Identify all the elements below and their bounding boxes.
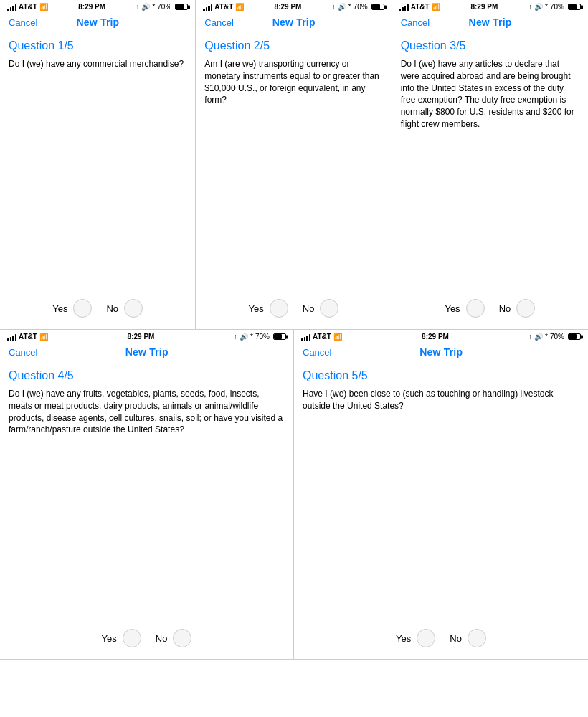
no-radio-2[interactable] (320, 299, 338, 318)
nav-bar-4: Cancel New Trip (0, 343, 293, 364)
yes-radio-3[interactable] (466, 299, 485, 318)
question-area-3: Question 3/5 Do I (we) have any articles… (392, 34, 588, 290)
signal-icon-2 (203, 4, 212, 11)
cancel-button-5[interactable]: Cancel (303, 347, 331, 358)
wifi-icon-4: 📶 (39, 333, 48, 341)
panel-question-3: AT&T 📶 8:29 PM ↑ 🔊 * 70% Cancel New Trip… (392, 0, 588, 330)
battery-pct-5: 70% (550, 333, 564, 341)
panel-question-5: AT&T 📶 8:29 PM ↑ 🔊 * 70% Cancel New Trip… (294, 330, 588, 660)
battery-icon-5 (568, 333, 581, 340)
carrier-name-4: AT&T (19, 333, 37, 341)
panel-question-1: AT&T 📶 8:29 PM ↑ 🔊 * 70% Cancel New Trip… (0, 0, 196, 330)
cancel-button-2[interactable]: Cancel (204, 17, 233, 28)
location-icon-4: ↑ (234, 333, 237, 341)
signal-icon-5 (301, 333, 310, 341)
answer-area-5: Yes No (294, 620, 588, 659)
battery-area-4: ↑ 🔊 * 70% (234, 333, 286, 341)
battery-icon-3 (568, 4, 581, 10)
yes-radio-5[interactable] (417, 629, 435, 647)
time-4: 8:29 PM (128, 333, 155, 341)
no-label-4: No (156, 633, 168, 644)
bluetooth-icon-1: 🔊 (141, 3, 150, 11)
carrier-name-2: AT&T (214, 3, 233, 11)
nav-title-5: New Trip (419, 346, 463, 358)
battery-icon-4 (273, 333, 286, 340)
question-number-5: Question 5/5 (303, 369, 579, 382)
question-number-1: Question 1/5 (9, 39, 186, 52)
battery-area-2: ↑ 🔊 * 70% (332, 3, 384, 11)
panel-question-2: AT&T 📶 8:29 PM ↑ 🔊 * 70% Cancel New Trip… (196, 0, 392, 330)
no-radio-5[interactable] (468, 629, 486, 647)
nav-title-2: New Trip (272, 16, 316, 28)
location-icon-3: ↑ (528, 3, 532, 11)
battery-pct-1: 70% (157, 3, 171, 11)
no-label-1: No (106, 303, 118, 314)
location-icon-1: ↑ (136, 3, 139, 11)
no-option-4: No (156, 629, 192, 647)
lock-icon-2: * (348, 3, 351, 11)
yes-label-5: Yes (396, 633, 411, 644)
nav-bar-3: Cancel New Trip (392, 14, 588, 34)
carrier-signal-5: AT&T 📶 (301, 333, 342, 341)
carrier-signal-4: AT&T 📶 (7, 333, 48, 341)
carrier-name-1: AT&T (19, 3, 37, 11)
lock-icon-4: * (250, 333, 253, 341)
answer-area-2: Yes No (196, 290, 391, 329)
time-3: 8:29 PM (470, 3, 498, 11)
lock-icon-5: * (545, 333, 548, 341)
yes-option-2: Yes (249, 299, 288, 318)
battery-icon-1 (175, 4, 188, 10)
carrier-signal-2: AT&T 📶 (203, 3, 244, 11)
no-label-3: No (499, 303, 511, 314)
cancel-button-3[interactable]: Cancel (401, 17, 430, 28)
nav-title-3: New Trip (469, 16, 512, 28)
status-bar-3: AT&T 📶 8:29 PM ↑ 🔊 * 70% (392, 0, 588, 14)
question-number-2: Question 2/5 (204, 39, 382, 52)
no-radio-1[interactable] (124, 299, 143, 318)
battery-area-1: ↑ 🔊 * 70% (136, 3, 188, 11)
question-area-5: Question 5/5 Have I (we) been close to (… (294, 364, 588, 620)
cancel-button-4[interactable]: Cancel (9, 347, 37, 358)
cancel-button-1[interactable]: Cancel (9, 17, 37, 28)
location-icon-5: ↑ (528, 333, 532, 341)
yes-radio-2[interactable] (270, 299, 288, 318)
no-label-2: No (303, 303, 315, 314)
answer-area-1: Yes No (0, 290, 195, 329)
yes-label-1: Yes (52, 303, 67, 314)
no-option-1: No (106, 299, 143, 318)
question-text-5: Have I (we) been close to (such as touch… (303, 388, 579, 412)
carrier-signal-1: AT&T 📶 (7, 3, 48, 11)
time-2: 8:29 PM (275, 3, 302, 11)
no-option-5: No (450, 629, 486, 647)
battery-icon-2 (371, 4, 384, 10)
question-text-2: Am I (are we) transporting currency or m… (204, 58, 382, 106)
yes-label-2: Yes (249, 303, 264, 314)
yes-radio-1[interactable] (73, 299, 92, 318)
lock-icon-1: * (152, 3, 155, 11)
no-option-3: No (499, 299, 536, 318)
no-label-5: No (450, 633, 462, 644)
question-area-1: Question 1/5 Do I (we) have any commerci… (0, 34, 195, 290)
yes-radio-4[interactable] (123, 629, 141, 647)
status-bar-4: AT&T 📶 8:29 PM ↑ 🔊 * 70% (0, 330, 293, 343)
nav-bar-5: Cancel New Trip (294, 343, 588, 364)
battery-pct-2: 70% (354, 3, 368, 11)
no-radio-4[interactable] (173, 629, 191, 647)
carrier-name-3: AT&T (411, 3, 430, 11)
carrier-name-5: AT&T (313, 333, 331, 341)
question-number-4: Question 4/5 (9, 369, 285, 382)
question-text-4: Do I (we) have any fruits, vegetables, p… (9, 388, 285, 436)
yes-label-3: Yes (445, 303, 460, 314)
nav-bar-1: Cancel New Trip (0, 14, 195, 34)
bluetooth-icon-3: 🔊 (534, 3, 543, 11)
yes-option-4: Yes (102, 629, 141, 647)
panel-question-4: AT&T 📶 8:29 PM ↑ 🔊 * 70% Cancel New Trip… (0, 330, 294, 660)
no-radio-3[interactable] (516, 299, 535, 318)
battery-area-5: ↑ 🔊 * 70% (528, 333, 581, 341)
time-1: 8:29 PM (78, 3, 105, 11)
question-area-4: Question 4/5 Do I (we) have any fruits, … (0, 364, 293, 620)
question-number-3: Question 3/5 (401, 39, 579, 52)
wifi-icon-1: 📶 (39, 3, 48, 11)
battery-area-3: ↑ 🔊 * 70% (528, 3, 581, 11)
lock-icon-3: * (545, 3, 548, 11)
